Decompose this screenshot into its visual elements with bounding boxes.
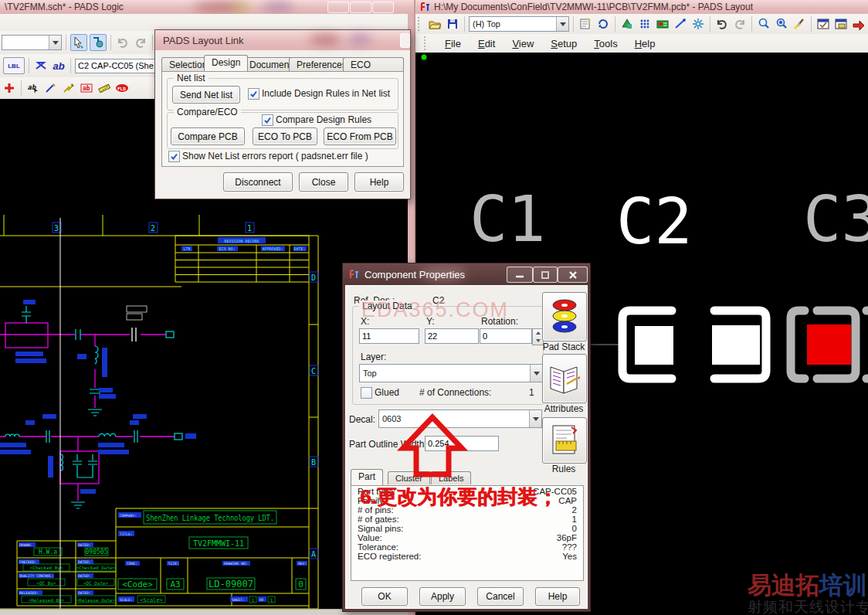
rules-button[interactable]	[542, 417, 587, 464]
tab-design[interactable]: Design	[204, 55, 248, 71]
layer-dropdown[interactable]: Top	[359, 364, 543, 382]
add-icon[interactable]	[2, 80, 17, 96]
footprint-c2[interactable]	[622, 311, 766, 379]
svg-text:COMPANY:: COMPANY:	[120, 514, 137, 518]
combo-arrow-icon[interactable]	[49, 36, 61, 49]
measure-icon[interactable]	[97, 80, 112, 96]
include-rules-checkbox[interactable]	[248, 88, 259, 100]
close-button[interactable]	[558, 267, 588, 283]
pads-logic-title: \TV2FMM.sch* - PADS Logic	[0, 2, 124, 12]
menu-edit[interactable]: Edit	[475, 36, 498, 51]
maximize-button[interactable]	[533, 267, 558, 283]
undo-icon[interactable]	[115, 35, 131, 50]
edit-label-icon[interactable]	[61, 80, 76, 96]
rules-icon	[548, 423, 581, 458]
save-icon[interactable]	[445, 16, 460, 32]
menu-setup[interactable]: Setup	[548, 36, 580, 51]
dots-grid-icon[interactable]	[637, 16, 653, 32]
text-tool-icon[interactable]: ab	[51, 58, 66, 73]
footprint-c3[interactable]	[791, 311, 868, 379]
zoom-selection-icon[interactable]	[774, 16, 789, 32]
route-icon[interactable]	[673, 16, 688, 32]
starburst-icon[interactable]	[690, 16, 706, 32]
ok-button[interactable]: OK	[361, 587, 408, 606]
board-icon[interactable]	[655, 16, 670, 32]
maximize-button[interactable]	[350, 2, 371, 13]
redo-icon[interactable]	[732, 16, 748, 32]
tab-part[interactable]: Part	[351, 469, 383, 485]
compare-rules-checkbox[interactable]	[262, 114, 273, 126]
field-value: 36pF	[557, 533, 577, 542]
eco-arrow-icon[interactable]	[851, 16, 866, 32]
rotation-input[interactable]	[480, 328, 532, 344]
menu-view[interactable]: View	[509, 36, 537, 51]
decal-dropdown[interactable]: 0603	[378, 409, 542, 428]
component-properties-dialog: Component Properties Ref. Des.: C2 Layou…	[342, 263, 591, 612]
edit-wire-icon[interactable]	[43, 80, 59, 96]
tiny-net-labels	[0, 300, 196, 494]
text-box-icon[interactable]: ab	[79, 80, 94, 96]
disconnect-button[interactable]: Disconnect	[223, 172, 293, 192]
send-net-list-button[interactable]: Send Net list	[172, 86, 240, 104]
apply-button[interactable]: Apply	[419, 587, 466, 606]
pads-layout-titlebar[interactable]: H:\My Documents\ConField\TV2MMWI-11\PCB\…	[415, 0, 868, 14]
pad-stack-button[interactable]	[542, 292, 587, 341]
compare-pcb-button[interactable]: Compare PCB	[171, 127, 245, 145]
show-errors-checkbox[interactable]	[168, 151, 180, 162]
layout-toolbar: (H) Top	[415, 14, 868, 35]
properties-icon[interactable]	[578, 16, 593, 32]
paintbrush-icon[interactable]	[792, 16, 807, 32]
redo-icon[interactable]	[133, 35, 148, 50]
text-cursor-icon[interactable]: ab	[25, 80, 41, 96]
eco-to-pcb-button[interactable]: ECO To PCB	[253, 127, 317, 145]
zigzag-tool-icon[interactable]	[33, 58, 49, 73]
window-tool2-icon[interactable]	[833, 16, 849, 32]
layer-combo[interactable]: (H) Top	[469, 16, 569, 32]
attributes-button[interactable]	[542, 354, 587, 403]
menu-help[interactable]: Help	[632, 36, 659, 51]
cancel-button[interactable]: Cancel	[477, 587, 524, 606]
menu-tools[interactable]: Tools	[591, 36, 620, 51]
zoom-icon[interactable]	[756, 16, 771, 32]
glued-checkbox[interactable]	[361, 387, 372, 399]
selection-field[interactable]	[75, 59, 160, 73]
minimize-button[interactable]	[507, 267, 533, 283]
svg-text:易迪拓培训: 易迪拓培训	[747, 571, 867, 599]
y-input[interactable]	[425, 328, 479, 344]
tab-labels[interactable]: Labels	[431, 471, 471, 484]
tab-cluster[interactable]: Cluster	[388, 471, 430, 484]
eco-from-pcb-button[interactable]: ECO From PCB	[324, 127, 396, 145]
select-tool-icon[interactable]	[70, 34, 87, 51]
label-tool-icon[interactable]: LBL	[3, 57, 25, 74]
logic-combo[interactable]	[2, 35, 62, 50]
svg-text:3: 3	[54, 224, 59, 233]
close-dialog-button[interactable]: Close	[299, 172, 348, 192]
menu-file[interactable]: File	[442, 36, 464, 51]
svg-text:<Checked Date>: <Checked Date>	[76, 565, 116, 570]
open-file-icon[interactable]	[427, 16, 442, 32]
pads-logic-titlebar[interactable]: \TV2FMM.sch* - PADS Logic	[0, 0, 414, 14]
decal-dropdown-arrow-icon[interactable]	[529, 410, 541, 427]
field-tool-icon[interactable]: FLD	[114, 80, 130, 96]
outline-width-input[interactable]	[425, 436, 499, 451]
svg-text:A3: A3	[170, 579, 180, 590]
refresh-icon[interactable]	[595, 16, 611, 32]
layer-dropdown-value: Top	[360, 368, 530, 379]
net-select-tool-icon[interactable]	[90, 34, 107, 51]
layer-dropdown-arrow-icon[interactable]	[530, 365, 542, 382]
title-block-values: ShenZhen Linkage Technology LDT. TV2FMMW…	[22, 511, 306, 603]
component-dialog-titlebar[interactable]: Component Properties	[343, 263, 590, 285]
help-button[interactable]: Help	[354, 172, 404, 192]
close-button[interactable]	[372, 2, 394, 13]
outline-width-label: Part Outline Width:	[349, 439, 427, 450]
svg-text:APPROVED:: APPROVED:	[262, 246, 283, 251]
undo-icon[interactable]	[714, 16, 730, 32]
draft-shapes-icon[interactable]	[619, 16, 635, 32]
close-button[interactable]	[400, 33, 410, 48]
x-input[interactable]	[359, 328, 419, 344]
help-button[interactable]: Help	[535, 587, 580, 606]
layer-combo-arrow-icon[interactable]	[556, 17, 568, 31]
minimize-button[interactable]	[327, 2, 349, 13]
link-dialog-titlebar[interactable]: PADS Layout Link	[155, 30, 410, 50]
window-tool1-icon[interactable]	[815, 16, 831, 32]
